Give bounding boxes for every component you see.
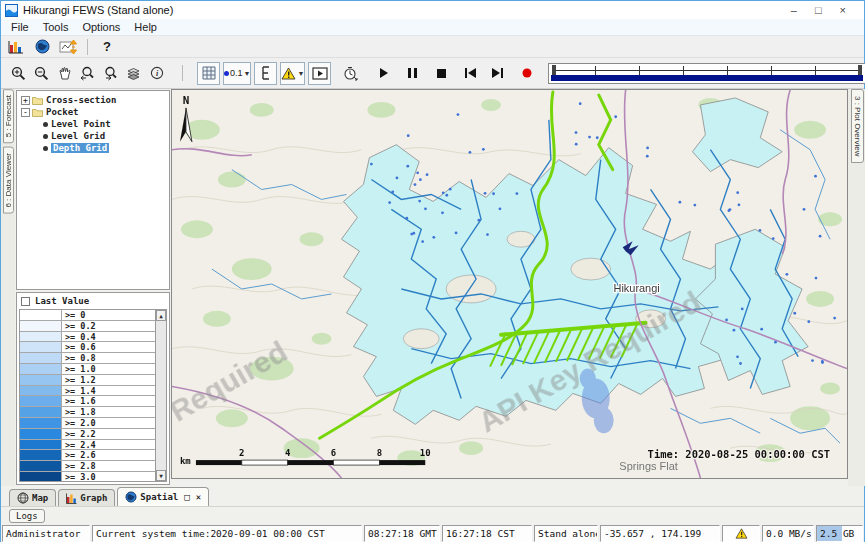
tree-item-label: Pocket (46, 107, 79, 117)
tree-item-level-point[interactable]: Level Point (17, 118, 169, 130)
zoom-next-button[interactable] (99, 62, 122, 85)
tab-close-icon[interactable]: ✕ (196, 492, 201, 502)
legend-row[interactable]: >= 0.6 (20, 342, 155, 353)
minimize-button[interactable]: – (791, 4, 797, 16)
legend-row[interactable]: >= 0.8 (20, 353, 155, 364)
menu-tools[interactable]: Tools (37, 20, 75, 34)
stop-button[interactable] (430, 62, 453, 85)
legend-row[interactable]: >= 1.0 (20, 364, 155, 375)
legend-row[interactable]: >= 2.6 (20, 450, 155, 461)
legend-panel: Last Value >= 0>= 0.2>= 0.4>= 0.6>= 0.8>… (16, 292, 170, 485)
legend-row[interactable]: >= 0 (20, 310, 155, 321)
thresholds-warning-dropdown[interactable]: ▼ (280, 62, 305, 85)
legend-label: >= 0.8 (62, 353, 96, 363)
legend-swatch (20, 386, 62, 396)
info-button[interactable]: i (145, 62, 168, 85)
svg-text:8: 8 (377, 448, 382, 458)
scroll-up-icon[interactable]: ▲ (156, 310, 166, 321)
legend-row[interactable]: >= 2.4 (20, 440, 155, 451)
scroll-down-icon[interactable]: ▼ (156, 470, 166, 481)
legend-row[interactable]: >= 0.2 (20, 321, 155, 332)
record-button[interactable] (515, 62, 538, 85)
legend-row[interactable]: >= 1.4 (20, 386, 155, 397)
menu-help[interactable]: Help (128, 20, 163, 34)
layers-button[interactable] (122, 62, 145, 85)
status-warning-cell[interactable] (722, 525, 760, 542)
legend-label: >= 3.0 (62, 472, 96, 481)
legend-row[interactable]: >= 0.4 (20, 332, 155, 343)
legend-row[interactable]: >= 3.0 (20, 472, 155, 481)
pause-button[interactable] (401, 62, 424, 85)
legend-row[interactable]: >= 1.2 (20, 375, 155, 386)
step-backward-button[interactable] (459, 62, 482, 85)
tab-spatial[interactable]: Spatial □ ✕ (117, 487, 209, 506)
legend-label: >= 2.4 (62, 440, 96, 450)
legend-row[interactable]: >= 2.8 (20, 461, 155, 472)
toolbar-separator (182, 65, 183, 81)
legend-row[interactable]: >= 2.2 (20, 429, 155, 440)
map-display-button[interactable] (31, 37, 53, 56)
app-logo-icon (5, 4, 18, 17)
timeseries-import-button[interactable] (57, 37, 79, 56)
tab-spatial-label: Spatial (140, 492, 178, 502)
legend-row[interactable]: >= 1.8 (20, 407, 155, 418)
zoom-out-button[interactable] (30, 62, 53, 85)
time-slider[interactable] (548, 63, 865, 84)
tab-plot-overview[interactable]: 3 : Plot Overview (851, 89, 864, 163)
legend-swatch (20, 407, 62, 417)
bottom-tab-bar: Map Graph Spatial □ ✕ (1, 486, 864, 506)
tab-graph[interactable]: Graph (58, 489, 115, 506)
pan-hand-button[interactable] (53, 62, 76, 85)
tree-item-level-grid[interactable]: Level Grid (17, 130, 169, 142)
expand-icon[interactable]: + (21, 96, 30, 105)
status-system-time: Current system time:2020-09-01 00:00 CST (92, 525, 362, 542)
map-canvas[interactable]: API Key Required API Key Required N km (171, 89, 848, 479)
svg-text:i: i (155, 69, 158, 78)
close-button[interactable]: × (840, 4, 846, 16)
tab-data-viewer[interactable]: 6 : Data Viewer (3, 147, 14, 214)
marker-size-dropdown[interactable]: 0.1 ▼ (223, 62, 251, 85)
map-column: API Key Required API Key Required N km (171, 89, 848, 486)
warning-icon (735, 528, 748, 539)
svg-text:6: 6 (331, 448, 336, 458)
logs-button[interactable]: Logs (9, 509, 45, 523)
tree-item-cross-section[interactable]: + Cross-section (17, 94, 169, 106)
tab-forecast[interactable]: 5 : Forecast (3, 89, 14, 143)
legend-swatch (20, 450, 62, 460)
legend-row[interactable]: >= 2.0 (20, 418, 155, 429)
step-forward-button[interactable] (486, 62, 509, 85)
status-memory: 2.5 GB (816, 525, 863, 542)
status-gmt-time: 08:27:18 GMT (364, 525, 440, 542)
grid-toggle-button[interactable] (197, 62, 220, 85)
legend-swatch (20, 342, 62, 352)
status-bar: Administrator Current system time:2020-0… (1, 524, 864, 542)
last-value-checkbox[interactable] (21, 297, 30, 306)
tree-item-label: Cross-section (46, 95, 116, 105)
legend-row[interactable]: >= 1.6 (20, 396, 155, 407)
zoom-in-button[interactable] (7, 62, 30, 85)
zoom-previous-button[interactable] (76, 62, 99, 85)
tab-restore-icon[interactable]: □ (184, 492, 189, 502)
menu-file[interactable]: File (5, 20, 35, 34)
grid-display-button[interactable] (5, 37, 27, 56)
animation-export-button[interactable] (308, 62, 331, 85)
legend-scrollbar[interactable]: ▲ ▼ (155, 310, 166, 481)
tab-map[interactable]: Map (9, 489, 56, 506)
menu-options[interactable]: Options (76, 20, 126, 34)
help-button[interactable]: ? (96, 37, 118, 56)
legend-swatch (20, 472, 62, 481)
tree-item-depth-grid[interactable]: Depth Grid (17, 142, 169, 154)
node-bullet-icon (43, 134, 48, 139)
left-panel: + Cross-section - Pocket Level Point (15, 89, 171, 486)
collapse-icon[interactable]: - (21, 108, 30, 117)
scroll-track[interactable] (156, 321, 166, 470)
tree-item-pocket[interactable]: - Pocket (17, 106, 169, 118)
maximize-button[interactable]: □ (815, 4, 822, 16)
play-button[interactable] (372, 62, 395, 85)
app-window: Hikurangi FEWS (Stand alone) – □ × File … (0, 0, 865, 542)
legend-label: >= 2.2 (62, 429, 96, 439)
node-bullet-icon (43, 146, 48, 151)
animation-timer-button[interactable] (339, 62, 362, 85)
classification-button[interactable] (254, 62, 277, 85)
wire-globe-icon (17, 492, 29, 504)
